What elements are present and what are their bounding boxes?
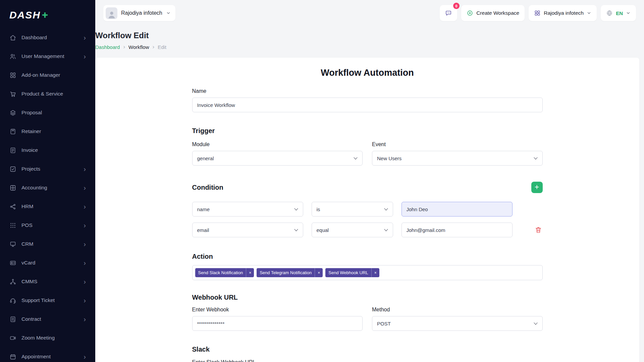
condition-field-select[interactable]: name — [192, 202, 303, 217]
brand-logo-text: DASH — [9, 9, 41, 21]
workflow-form: Name Trigger Module general Event New Us… — [192, 88, 543, 362]
sidebar-item-invoice[interactable]: Invoice › — [5, 142, 90, 158]
messages-count-badge: 0 — [453, 3, 460, 9]
method-select[interactable]: POST — [372, 316, 543, 331]
chevron-down-icon — [626, 11, 631, 15]
account-menu-button[interactable]: Rajodiya infotech — [529, 5, 597, 21]
webhook-grid: Enter Webhook Method POST — [192, 307, 543, 331]
breadcrumb-workflow: Workflow — [128, 44, 149, 50]
invoice-file-icon — [9, 147, 16, 154]
add-condition-button[interactable]: + — [531, 182, 543, 193]
condition-field-select[interactable]: email — [192, 223, 303, 237]
sidebar-item-appointment[interactable]: Appointment › — [5, 349, 90, 362]
breadcrumb-separator-icon: › — [152, 44, 154, 50]
workflow-name-input[interactable] — [192, 98, 543, 112]
chevron-right-icon: › — [84, 353, 86, 360]
chevron-down-icon — [587, 11, 591, 15]
sidebar-item-hrm[interactable]: HRM › — [5, 199, 90, 214]
event-select[interactable]: New Users — [372, 151, 543, 166]
pos-dots-icon — [9, 222, 16, 229]
remove-tag-button[interactable]: × — [371, 268, 379, 277]
action-tags-input[interactable]: Send Slack Notification × Send Telegram … — [192, 265, 543, 280]
crm-monitor-icon — [9, 241, 16, 248]
sidebar-item-accounting[interactable]: Accounting › — [5, 180, 90, 195]
chevron-right-icon: › — [84, 184, 86, 191]
topbar-actions: 0 Create Workspace Rajodiya infotech — [440, 5, 636, 21]
brand-logo[interactable]: DASH+ — [0, 7, 95, 29]
brand-plus-icon: + — [42, 9, 48, 21]
sidebar-item-pos[interactable]: POS › — [5, 218, 90, 233]
cmms-nodes-icon — [9, 278, 16, 285]
condition-value-input[interactable] — [401, 223, 513, 237]
vcard-icon — [9, 259, 16, 266]
sidebar-item-crm[interactable]: CRM › — [5, 236, 90, 252]
trigger-heading: Trigger — [192, 127, 543, 135]
trigger-grid: Module general Event New Users — [192, 141, 543, 166]
action-tag: Send Slack Notification × — [195, 268, 254, 277]
addon-grid-icon — [9, 72, 16, 79]
retainer-file-icon — [9, 128, 16, 135]
module-select[interactable]: general — [192, 151, 363, 166]
condition-operator-select[interactable]: is — [312, 202, 393, 217]
breadcrumb-separator-icon: › — [123, 44, 125, 50]
sidebar-item-support-ticket[interactable]: Support Ticket › — [5, 293, 90, 308]
workspace-switcher[interactable]: Rajodiya infotech — [103, 5, 175, 21]
condition-heading: Condition — [192, 184, 223, 191]
create-workspace-button[interactable]: Create Workspace — [461, 5, 525, 21]
language-selector[interactable]: EN — [601, 5, 636, 21]
sidebar-item-dashboard[interactable]: Dashboard › — [5, 30, 90, 45]
layers-icon — [9, 109, 16, 116]
breadcrumb: Dashboard›Workflow›Edit — [95, 44, 639, 50]
webhook-heading: Webhook URL — [192, 294, 543, 301]
sidebar-item-retainer[interactable]: Retainer › — [5, 124, 90, 139]
sidebar-item-add-on-manager[interactable]: Add-on Manager › — [5, 67, 90, 83]
remove-tag-button[interactable]: × — [315, 268, 323, 277]
webhook-url-input[interactable] — [192, 316, 363, 331]
condition-value-input[interactable] — [401, 202, 513, 217]
chevron-right-icon: › — [84, 203, 86, 210]
sidebar-item-product-service[interactable]: Product & Service › — [5, 86, 90, 102]
enter-webhook-label: Enter Webhook — [192, 307, 363, 313]
chevron-right-icon: › — [84, 166, 86, 172]
workspace-name: Rajodiya infotech — [121, 10, 162, 16]
condition-operator-select[interactable]: equal — [312, 223, 393, 237]
action-heading: Action — [192, 253, 543, 260]
delete-condition-button[interactable] — [534, 226, 543, 234]
sidebar: DASH+ Dashboard › User Management › Add-… — [0, 0, 95, 362]
remove-tag-button[interactable]: × — [246, 268, 254, 277]
condition-header: Condition + — [192, 182, 543, 193]
language-code: EN — [616, 10, 623, 16]
projects-check-icon — [9, 166, 16, 173]
sidebar-item-zoom-meeting[interactable]: Zoom Meeting › — [5, 330, 90, 346]
action-tag: Send Telegram Notification × — [257, 268, 323, 277]
method-label: Method — [372, 307, 543, 313]
messages-button[interactable]: 0 — [440, 5, 457, 21]
chevron-right-icon: › — [84, 241, 86, 247]
sidebar-item-projects[interactable]: Projects › — [5, 161, 90, 177]
sidebar-item-contract[interactable]: Contract › — [5, 311, 90, 327]
appointment-calendar-icon — [9, 353, 16, 360]
workspace-grid-icon — [534, 10, 541, 16]
breadcrumb-edit: Edit — [158, 44, 166, 50]
slack-heading: Slack — [192, 346, 543, 353]
sidebar-item-proposal[interactable]: Proposal › — [5, 105, 90, 120]
sidebar-item-cmms[interactable]: CMMS › — [5, 274, 90, 289]
module-label: Module — [192, 141, 363, 147]
home-icon — [9, 34, 16, 41]
breadcrumb-dashboard[interactable]: Dashboard — [95, 44, 120, 50]
workflow-card: Workflow Automation Name Trigger Module … — [95, 58, 639, 362]
chevron-down-icon — [166, 11, 171, 15]
chevron-right-icon: › — [84, 53, 86, 60]
sidebar-item-user-management[interactable]: User Management › — [5, 49, 90, 64]
module-select-wrap: general — [192, 151, 363, 166]
chevron-right-icon: › — [84, 297, 86, 304]
slack-webhook-label: Enter Slack Webhook URL — [192, 359, 543, 362]
page-title: Workflow Edit — [95, 31, 639, 40]
sidebar-item-vcard[interactable]: vCard › — [5, 255, 90, 270]
contract-file-icon — [9, 316, 16, 323]
sidebar-menu: Dashboard › User Management › Add-on Man… — [0, 29, 95, 362]
event-select-wrap: New Users — [372, 151, 543, 166]
support-headset-icon — [9, 297, 16, 304]
card-title: Workflow Automation — [95, 68, 639, 78]
action-tag: Send Webhook URL × — [325, 268, 379, 277]
